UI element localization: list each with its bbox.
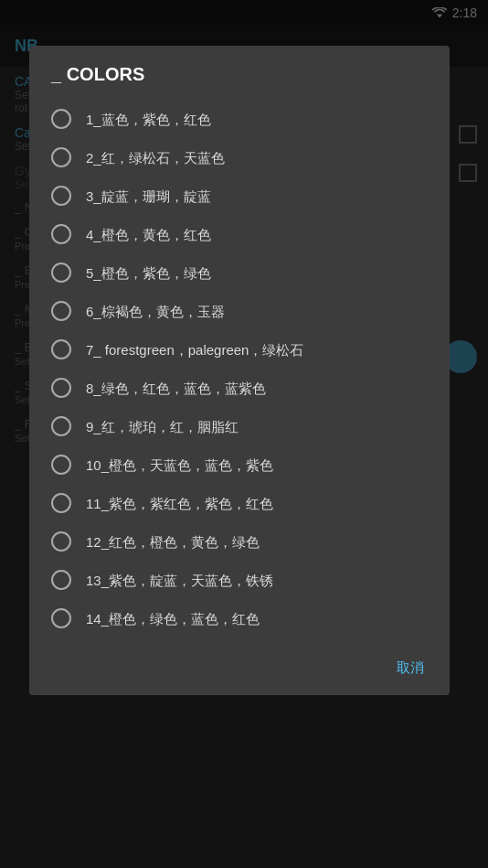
radio-button — [51, 263, 71, 283]
dialog-list-item[interactable]: 5_橙色，紫色，绿色 — [29, 253, 450, 292]
radio-button — [51, 570, 71, 590]
dialog-list-item[interactable]: 9_红，琥珀，红，胭脂红 — [29, 407, 450, 445]
radio-button — [51, 147, 71, 167]
dialog-item-label: 10_橙色，天蓝色，蓝色，紫色 — [86, 455, 273, 475]
radio-button — [51, 531, 71, 552]
radio-button — [51, 455, 71, 475]
dialog-item-label: 9_红，琥珀，红，胭脂红 — [86, 417, 239, 436]
radio-button — [51, 224, 71, 244]
dialog-footer: 取消 — [29, 641, 450, 695]
dialog-list-item[interactable]: 11_紫色，紫红色，紫色，红色 — [29, 484, 450, 522]
dialog-list-item[interactable]: 3_靛蓝，珊瑚，靛蓝 — [29, 177, 450, 215]
dialog-list-item[interactable]: 7_ forestgreen，palegreen，绿松石 — [29, 330, 450, 369]
dialog-title: _ COLORS — [29, 46, 450, 96]
dialog-item-label: 13_紫色，靛蓝，天蓝色，铁锈 — [86, 571, 273, 590]
dialog-item-label: 4_橙色，黄色，红色 — [86, 225, 211, 244]
dialog-item-label: 12_红色，橙色，黄色，绿色 — [86, 532, 260, 552]
dialog-item-label: 8_绿色，红色，蓝色，蓝紫色 — [86, 379, 266, 398]
dialog-list-item[interactable]: 12_红色，橙色，黄色，绿色 — [29, 522, 450, 561]
cancel-button[interactable]: 取消 — [386, 652, 435, 684]
dialog-item-label: 1_蓝色，紫色，红色 — [86, 110, 211, 129]
radio-button — [51, 378, 71, 398]
dialog-item-label: 14_橙色，绿色，蓝色，红色 — [86, 609, 260, 628]
radio-button — [51, 301, 71, 321]
dialog-list-item[interactable]: 2_红，绿松石，天蓝色 — [29, 138, 450, 177]
radio-button — [51, 416, 71, 436]
dialog-list-item[interactable]: 6_棕褐色，黄色，玉器 — [29, 292, 450, 330]
dialog-list-item[interactable]: 8_绿色，红色，蓝色，蓝紫色 — [29, 369, 450, 407]
dialog-list-item[interactable]: 13_紫色，靛蓝，天蓝色，铁锈 — [29, 561, 450, 599]
dialog-list[interactable]: 1_蓝色，紫色，红色2_红，绿松石，天蓝色3_靛蓝，珊瑚，靛蓝4_橙色，黄色，红… — [29, 96, 450, 641]
radio-button — [51, 186, 71, 206]
dialog-item-label: 3_靛蓝，珊瑚，靛蓝 — [86, 187, 211, 206]
dialog-list-item[interactable]: 4_橙色，黄色，红色 — [29, 215, 450, 253]
radio-button — [51, 493, 71, 513]
dialog-list-item[interactable]: 1_蓝色，紫色，红色 — [29, 100, 450, 138]
dialog-item-label: 6_棕褐色，黄色，玉器 — [86, 302, 225, 321]
dialog-list-item[interactable]: 14_橙色，绿色，蓝色，红色 — [29, 599, 450, 638]
radio-button — [51, 608, 71, 628]
dialog-list-item[interactable]: 10_橙色，天蓝色，蓝色，紫色 — [29, 445, 450, 484]
radio-button — [51, 109, 71, 129]
dialog-item-label: 7_ forestgreen，palegreen，绿松石 — [86, 340, 303, 359]
dialog-item-label: 5_橙色，紫色，绿色 — [86, 263, 211, 283]
dialog-item-label: 2_红，绿松石，天蓝色 — [86, 148, 225, 167]
radio-button — [51, 339, 71, 359]
dialog-item-label: 11_紫色，紫红色，紫色，红色 — [86, 494, 273, 513]
color-picker-dialog: _ COLORS 1_蓝色，紫色，红色2_红，绿松石，天蓝色3_靛蓝，珊瑚，靛蓝… — [29, 46, 450, 695]
